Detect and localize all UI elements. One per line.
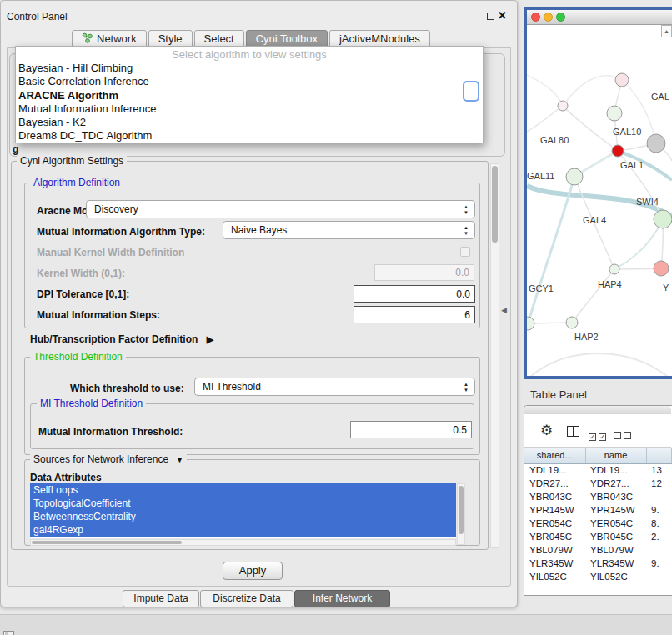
settings-scrollbar[interactable] (490, 163, 499, 548)
attribute-list-item[interactable]: TopologicalCoefficient (30, 497, 456, 510)
hub-section-toggle[interactable]: Hub/Transcription Factor Definition ▶ (30, 333, 213, 345)
table-row[interactable]: YBL079WYBL079W (524, 543, 671, 557)
dropdown-item[interactable]: ARACNE Algorithm (16, 89, 483, 102)
mi-steps-label: Mutual Information Steps: (37, 309, 160, 321)
combobox-value: MI Threshold (203, 381, 261, 392)
network-node[interactable] (558, 101, 568, 111)
tab-label: Select (204, 32, 234, 45)
tab-label: Network (97, 32, 137, 45)
node-label: GAL1 (620, 160, 644, 170)
scroll-up-arrow[interactable]: ▲ (661, 25, 672, 38)
network-edge (527, 106, 563, 132)
tab-impute-data[interactable]: Impute Data (123, 590, 199, 608)
network-node[interactable] (615, 73, 629, 87)
table-row[interactable]: YER054CYER054C8. (524, 517, 671, 530)
node-label: HAP2 (574, 332, 599, 342)
kernel-width-label: Kernel Width (0,1): (37, 268, 125, 279)
network-edge (614, 219, 663, 269)
network-node[interactable] (566, 317, 578, 328)
status-strip (0, 614, 672, 635)
network-node[interactable] (647, 134, 665, 152)
tab-discretize-data[interactable]: Discretize Data (200, 590, 293, 608)
network-node[interactable] (654, 210, 672, 228)
network-edge (529, 177, 574, 322)
network-icon (82, 32, 93, 46)
tab-cyni-toolbox[interactable]: Cyni Toolbox (246, 30, 328, 48)
network-node[interactable] (607, 106, 622, 121)
dropdown-item[interactable]: Bayesian - Hill Climbing (16, 62, 483, 75)
algorithm-dropdown-list: Bayesian - Hill ClimbingBasic Correlatio… (16, 62, 483, 143)
algorithm-combobox-button[interactable] (463, 81, 479, 102)
tab-infer-network[interactable]: Infer Network (294, 590, 390, 608)
table-row[interactable]: YLR345WYLR345W9. (524, 557, 671, 570)
attributes-list-vscrollbar[interactable] (457, 483, 465, 545)
panel-dock-icon[interactable] (3, 631, 14, 635)
combobox-arrows-icon: ▲▼ (464, 382, 469, 392)
deselect-all-columns-icon[interactable] (614, 428, 634, 442)
scrollbar-thumb[interactable] (459, 486, 464, 534)
column-header[interactable] (646, 448, 671, 463)
attributes-list-hscrollbar[interactable] (30, 539, 456, 546)
combobox-value: Naive Bayes (231, 224, 287, 236)
network-node[interactable] (609, 264, 619, 274)
splitter-collapse-icon[interactable]: ◀ (501, 306, 507, 314)
aracne-mode-combobox[interactable]: Discovery ▲▼ (86, 200, 475, 218)
mi-type-combobox[interactable]: Naive Bayes ▲▼ (223, 221, 475, 239)
close-icon[interactable]: ✕ (498, 10, 507, 21)
columns-icon[interactable] (567, 426, 579, 437)
dropdown-item[interactable]: Dream8 DC_TDC Algorithm (16, 129, 483, 142)
tab-bar: Network Style Select Cyni Toolbox jActiv… (72, 30, 432, 48)
tab-label: Style (158, 32, 183, 45)
table-row[interactable]: YPR145WYPR145W9. (524, 503, 671, 517)
dropdown-item[interactable]: Basic Correlation Inference (16, 75, 483, 88)
which-threshold-label: Which threshold to use: (70, 382, 184, 394)
tab-label: Cyni Toolbox (256, 32, 318, 45)
node-label: GAL80 (540, 135, 569, 145)
table-panel-titlebar[interactable] (524, 406, 671, 414)
network-node[interactable] (612, 145, 624, 157)
mi-steps-field[interactable]: 6 (354, 306, 475, 323)
dropdown-item[interactable]: Bayesian - K2 (16, 116, 483, 129)
table-row[interactable]: YBR045CYBR045C2. (524, 530, 671, 543)
dropdown-item[interactable]: Mutual Information Inference (16, 102, 483, 116)
table-header-row: shared...name (524, 448, 671, 463)
column-header[interactable]: name (585, 448, 646, 463)
node-label: GAL10 (613, 127, 641, 137)
attribute-list-item[interactable]: SelfLoops (30, 483, 456, 497)
sources-group-toggle[interactable]: Sources for Network Inference ▼ (30, 453, 187, 465)
node-attribute-table[interactable]: shared...name YDL19...YDL19...13YDR27...… (524, 448, 672, 583)
combobox-value: Discovery (94, 203, 138, 215)
table-row[interactable]: YBR043CYBR043C (524, 490, 671, 503)
tab-select[interactable]: Select (194, 30, 244, 48)
float-window-icon[interactable] (487, 12, 494, 20)
minimize-traffic-light[interactable] (544, 12, 553, 22)
tab-network[interactable]: Network (72, 30, 147, 48)
which-threshold-combobox[interactable]: MI Threshold ▲▼ (194, 378, 475, 396)
hub-section-label: Hub/Transcription Factor Definition (30, 333, 198, 345)
attribute-list-item[interactable]: gal4RGexp (30, 523, 456, 537)
dpi-tolerance-field[interactable]: 0.0 (354, 285, 475, 302)
column-header[interactable]: shared... (524, 448, 585, 463)
node-label: GCY1 (529, 283, 554, 293)
table-row[interactable]: YDL19...YDL19...13 (524, 463, 671, 477)
table-row[interactable]: YIL052CYIL052C (524, 570, 671, 583)
network-graph[interactable]: GALGAL80GAL10GAL11GAL1SWI4GAL4GCY1HAP4YH… (527, 25, 672, 376)
tab-jactivemnodules[interactable]: jActiveMNodules (329, 30, 430, 48)
kernel-width-field[interactable]: 0.0 (374, 264, 474, 281)
apply-button[interactable]: Apply (223, 562, 283, 580)
select-all-columns-icon[interactable]: ✓✓ (589, 428, 609, 442)
table-row[interactable]: YDR27...YDR27...12 (524, 477, 671, 490)
gear-icon[interactable]: ⚙ (540, 423, 553, 438)
mi-threshold-field[interactable]: 0.5 (350, 421, 472, 438)
zoom-traffic-light[interactable] (556, 12, 565, 22)
network-node[interactable] (566, 168, 583, 185)
close-traffic-light[interactable] (531, 12, 540, 22)
manual-kernel-checkbox[interactable] (460, 247, 470, 257)
network-node[interactable] (654, 261, 669, 276)
tab-style[interactable]: Style (148, 30, 193, 48)
attribute-list-item[interactable]: BetweennessCentrality (30, 510, 456, 523)
scrollbar-thumb[interactable] (32, 541, 182, 544)
scrollbar-thumb[interactable] (492, 166, 498, 242)
network-node[interactable] (527, 317, 534, 330)
window-title: Control Panel (7, 11, 68, 22)
